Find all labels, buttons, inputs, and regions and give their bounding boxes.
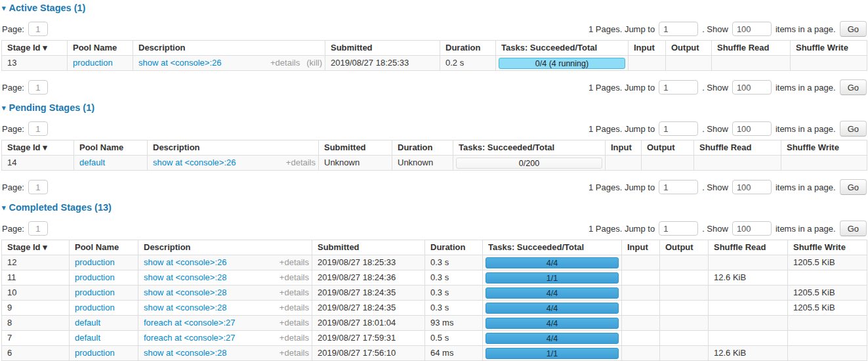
tasks-cell: 4/4 <box>483 316 622 331</box>
page-number-input[interactable] <box>28 22 48 36</box>
column-header[interactable]: Output <box>660 240 709 255</box>
column-header[interactable]: Stage Id ▾ <box>2 140 74 156</box>
pagination-top: Page:1 Pages. Jump to. Showitems in a pa… <box>1 20 867 37</box>
description-link[interactable]: foreach at <console>:27 <box>144 333 236 343</box>
column-header[interactable]: Output <box>666 41 712 56</box>
pool-name-link[interactable]: production <box>75 272 115 282</box>
column-header[interactable]: Submitted <box>319 140 392 156</box>
description-link[interactable]: show at <console>:26 <box>138 58 221 68</box>
details-toggle[interactable]: +details <box>270 58 300 68</box>
jump-to-input[interactable] <box>659 80 698 95</box>
task-progress-bar: 0/200 <box>456 158 602 169</box>
go-button[interactable]: Go <box>840 121 867 137</box>
column-header[interactable]: Duration <box>425 240 483 255</box>
jump-to-input[interactable] <box>659 180 698 194</box>
column-header[interactable]: Shuffle Write <box>791 41 867 56</box>
section-heading-active[interactable]: ▾Active Stages (1) <box>2 3 867 13</box>
shuffle-write-cell <box>788 331 867 346</box>
page-number-input[interactable] <box>28 221 48 236</box>
column-header[interactable]: Pool Name <box>70 240 138 255</box>
input-cell <box>622 316 660 331</box>
show-count-input[interactable] <box>732 180 772 194</box>
details-toggle[interactable]: +details <box>279 288 309 297</box>
description-link[interactable]: show at <console>:28 <box>144 349 226 358</box>
column-header[interactable]: Pool Name <box>74 140 148 156</box>
column-header[interactable]: Shuffle Read <box>694 140 781 156</box>
submitted-cell: 2019/08/27 18:24:36 <box>312 270 425 286</box>
column-header[interactable]: Shuffle Write <box>788 240 867 255</box>
details-toggle[interactable]: +details <box>279 333 309 343</box>
go-button[interactable]: Go <box>840 21 867 37</box>
pool-name-link[interactable]: default <box>75 318 100 328</box>
description-link[interactable]: show at <console>:26 <box>144 258 226 267</box>
column-header[interactable]: Pool Name <box>68 41 133 56</box>
go-button[interactable]: Go <box>840 221 867 236</box>
pool-name-cell: production <box>70 255 138 270</box>
pages-count-text: 1 Pages. Jump to <box>589 182 655 192</box>
column-header[interactable]: Shuffle Read <box>712 41 791 56</box>
pool-name-link[interactable]: default <box>75 333 100 343</box>
go-button[interactable]: Go <box>840 179 867 195</box>
page-number-input[interactable] <box>28 80 48 95</box>
details-toggle[interactable]: +details <box>279 273 309 282</box>
description-link[interactable]: show at <console>:26 <box>153 158 236 167</box>
pool-name-link[interactable]: production <box>75 303 115 312</box>
column-header[interactable]: Shuffle Write <box>781 140 867 156</box>
column-header[interactable]: Description <box>138 240 312 255</box>
show-count-input[interactable] <box>732 221 772 236</box>
pool-name-link[interactable]: production <box>73 58 113 68</box>
column-header[interactable]: Duration <box>440 41 496 56</box>
column-header[interactable]: Submitted <box>325 41 440 56</box>
jump-to-input[interactable] <box>659 22 698 36</box>
column-header[interactable]: Tasks: Succeeded/Total <box>483 240 622 255</box>
page-number-input[interactable] <box>28 121 48 136</box>
collapse-arrow-icon: ▾ <box>2 203 6 212</box>
column-header[interactable]: Shuffle Read <box>709 240 788 255</box>
column-header[interactable]: Output <box>642 140 694 156</box>
pool-name-link[interactable]: production <box>75 287 115 297</box>
details-toggle[interactable]: +details <box>279 318 309 328</box>
page-number-input[interactable] <box>28 180 48 194</box>
description-link[interactable]: show at <console>:28 <box>144 288 226 297</box>
show-count-input[interactable] <box>732 121 772 136</box>
show-count-input[interactable] <box>732 80 772 95</box>
page-field: Page: <box>2 121 48 136</box>
details-toggle[interactable]: +details <box>286 158 316 167</box>
collapse-arrow-icon: ▾ <box>2 104 6 112</box>
column-header[interactable]: Duration <box>392 140 453 156</box>
details-toggle[interactable]: +details <box>279 258 309 267</box>
details-toggle[interactable]: +details <box>279 303 309 312</box>
column-header[interactable]: Stage Id ▾ <box>2 240 70 255</box>
column-header[interactable]: Input <box>622 240 660 255</box>
column-header[interactable]: Submitted <box>312 240 425 255</box>
pool-name-link[interactable]: default <box>79 158 105 167</box>
task-progress-bar: 4/4 <box>486 333 619 344</box>
column-header[interactable]: Tasks: Succeeded/Total <box>496 41 629 56</box>
stage-id-cell: 7 <box>2 331 70 346</box>
description-link[interactable]: show at <console>:28 <box>144 303 226 312</box>
show-count-input[interactable] <box>732 22 772 36</box>
description-cell: show at <console>:28+details <box>138 286 312 301</box>
go-button[interactable]: Go <box>840 79 867 95</box>
section-heading-pending[interactable]: ▾Pending Stages (1) <box>2 102 867 113</box>
duration-cell: 0.3 s <box>425 286 483 301</box>
column-header[interactable]: Input <box>606 140 642 156</box>
pool-name-link[interactable]: production <box>75 257 115 267</box>
column-header[interactable]: Description <box>148 140 319 156</box>
description-link[interactable]: show at <console>:28 <box>144 273 226 282</box>
jump-to-input[interactable] <box>659 121 698 136</box>
column-header[interactable]: Input <box>629 41 666 56</box>
description-link[interactable]: foreach at <console>:27 <box>144 318 236 328</box>
section-title: Completed Stages (13) <box>9 202 112 213</box>
details-toggle[interactable]: +details <box>279 349 309 358</box>
page-label: Page: <box>2 124 24 134</box>
show-separator-text: . Show <box>702 124 728 134</box>
column-header[interactable]: Stage Id ▾ <box>2 41 68 56</box>
stage-id-cell: 12 <box>2 255 70 270</box>
kill-link[interactable]: (kill) <box>306 58 322 68</box>
pool-name-link[interactable]: production <box>75 348 115 358</box>
section-heading-completed[interactable]: ▾Completed Stages (13) <box>2 202 867 213</box>
jump-to-input[interactable] <box>659 221 698 236</box>
column-header[interactable]: Description <box>133 41 325 56</box>
column-header[interactable]: Tasks: Succeeded/Total <box>453 140 606 156</box>
